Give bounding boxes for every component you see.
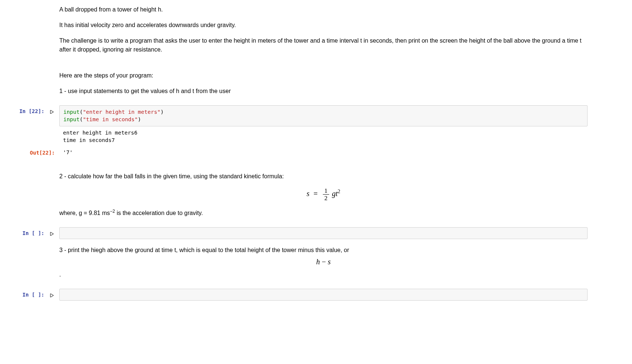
code-cell: In [22]: input("enter height in meters")… bbox=[0, 104, 632, 145]
prompt-empty bbox=[0, 172, 59, 224]
code-token-builtin: input bbox=[63, 109, 80, 115]
input-prompt: In [22]: bbox=[19, 108, 44, 114]
markdown-content: A ball dropped from a tower of height h.… bbox=[59, 5, 632, 102]
output-content: '7' bbox=[59, 147, 632, 159]
run-cell-icon[interactable] bbox=[49, 231, 55, 237]
text-span: is the acceleration due to gravity. bbox=[115, 210, 203, 216]
markdown-content: 2 - calculate how far the ball falls in … bbox=[59, 172, 632, 224]
math-denominator: 2 bbox=[323, 195, 329, 201]
input-prompt: In [ ]: bbox=[23, 292, 44, 298]
code-token-paren: ) bbox=[138, 116, 141, 122]
output-prompt-area: Out[22]: bbox=[0, 147, 59, 159]
code-cell: In [ ]: bbox=[0, 226, 632, 241]
input-prompt-area: In [22]: bbox=[0, 105, 59, 144]
paragraph: . bbox=[59, 270, 588, 279]
code-cell: In [ ]: bbox=[0, 287, 632, 302]
code-token-string: "enter height in meters" bbox=[83, 109, 161, 115]
notebook-container: A ball dropped from a tower of height h.… bbox=[0, 0, 632, 306]
math-numerator: 1 bbox=[323, 188, 329, 195]
math-var-h: h bbox=[316, 258, 320, 266]
code-token-paren: ) bbox=[161, 109, 164, 115]
code-content: input("enter height in meters") input("t… bbox=[59, 105, 632, 144]
prompt-empty bbox=[0, 246, 59, 286]
math-formula: s = 1 2 gt2 bbox=[59, 188, 588, 201]
markdown-cell: 3 - print the hiegh above the ground at … bbox=[0, 244, 632, 287]
paragraph: Here are the steps of your program: bbox=[59, 71, 588, 80]
paragraph: where, g = 9.81 ms−2 is the acceleration… bbox=[59, 208, 588, 218]
input-prompt-area: In [ ]: bbox=[0, 227, 59, 239]
run-cell-icon[interactable] bbox=[49, 109, 55, 115]
paragraph: 2 - calculate how far the ball falls in … bbox=[59, 172, 588, 181]
run-cell-icon[interactable] bbox=[49, 292, 55, 298]
math-var-s: s bbox=[307, 189, 310, 198]
code-input-area[interactable] bbox=[59, 227, 588, 239]
code-content bbox=[59, 289, 632, 301]
text-superscript: −2 bbox=[110, 209, 115, 214]
paragraph: A ball dropped from a tower of height h. bbox=[59, 5, 588, 14]
math-superscript: 2 bbox=[338, 189, 340, 194]
math-formula: h − s bbox=[59, 256, 588, 267]
code-token-string: "time in seconds" bbox=[83, 116, 138, 122]
input-prompt: In [ ]: bbox=[23, 230, 44, 236]
markdown-cell: 2 - calculate how far the ball falls in … bbox=[0, 171, 632, 226]
markdown-cell: A ball dropped from a tower of height h.… bbox=[0, 4, 632, 104]
paragraph: It has initial velocity zero and acceler… bbox=[59, 21, 588, 30]
math-var-g: g bbox=[332, 189, 336, 198]
code-token-builtin: input bbox=[63, 116, 80, 122]
code-input-area[interactable] bbox=[59, 289, 588, 301]
math-fraction: 1 2 bbox=[323, 188, 329, 201]
paragraph: 1 - use input statements to get the valu… bbox=[59, 87, 588, 96]
stdout-output: enter height in meters6 time in seconds7 bbox=[59, 126, 588, 144]
markdown-content: 3 - print the hiegh above the ground at … bbox=[59, 246, 632, 286]
paragraph: The challenge is to write a program that… bbox=[59, 36, 588, 54]
execute-result: '7' bbox=[59, 147, 588, 159]
text-span: where, g = 9.81 ms bbox=[59, 210, 110, 216]
input-prompt-area: In [ ]: bbox=[0, 289, 59, 301]
math-minus: − bbox=[320, 258, 328, 266]
code-content bbox=[59, 227, 632, 239]
code-input-area[interactable]: input("enter height in meters") input("t… bbox=[59, 105, 588, 126]
math-equals: = bbox=[314, 189, 318, 198]
math-var-s: s bbox=[328, 258, 331, 266]
output-cell: Out[22]: '7' bbox=[0, 145, 632, 160]
prompt-empty bbox=[0, 5, 59, 102]
output-prompt: Out[22]: bbox=[30, 150, 55, 156]
paragraph: 3 - print the hiegh above the ground at … bbox=[59, 246, 588, 255]
